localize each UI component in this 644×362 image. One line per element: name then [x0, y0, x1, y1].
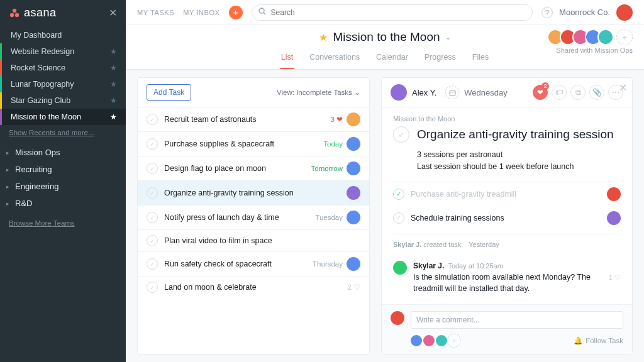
sidebar-project-item[interactable]: Rocket Science★	[0, 60, 126, 76]
comment-heart-button[interactable]: 1 ♡	[609, 261, 621, 295]
sidebar-project-label: Star Gazing Club	[11, 96, 70, 105]
heart-button[interactable]: ❤2	[533, 85, 548, 100]
svg-rect-5	[450, 90, 455, 96]
task-title[interactable]: Organize anti-gravity training session	[417, 128, 614, 141]
task-due-date: Today	[323, 140, 343, 148]
task-due-date: Thursday	[313, 260, 343, 268]
sidebar-collapse-icon[interactable]: ✕	[109, 7, 117, 19]
task-row[interactable]: Run safety check of spacecraftThursday	[138, 251, 369, 276]
project-title[interactable]: ★ Mission to the Moon ⌄	[319, 30, 450, 44]
project-tab[interactable]: Progress	[423, 49, 457, 69]
due-date-chip[interactable]: Wednesday	[445, 85, 507, 99]
star-icon[interactable]: ★	[110, 47, 117, 56]
search-field[interactable]	[252, 4, 533, 21]
subtask-row[interactable]: Purchase anti-gravity treadmill	[393, 182, 621, 206]
task-checkbox[interactable]	[147, 163, 158, 174]
sidebar: asana ✕ My Dashboard Website Redesign★Ro…	[0, 0, 126, 362]
subtask-icon[interactable]: ⧉	[570, 85, 586, 100]
subtask-title: Purchase anti-gravity treadmill	[411, 190, 601, 199]
task-row[interactable]: Purchase supplies & spacecraftToday	[138, 131, 369, 156]
star-icon[interactable]: ★	[110, 96, 117, 105]
task-row[interactable]: Recruit team of astronauts3 ❤	[138, 107, 369, 131]
task-row-title: Recruit team of astronauts	[164, 115, 324, 124]
complete-task-checkbox[interactable]	[393, 126, 409, 143]
star-icon[interactable]: ★	[110, 63, 117, 72]
subtask-row[interactable]: Schedule training sessions	[393, 206, 621, 230]
task-description[interactable]: 3 sessions per astronaut Last session sh…	[393, 149, 621, 173]
sidebar-project-item[interactable]: Star Gazing Club★	[0, 92, 126, 109]
activity-text: created task.	[423, 241, 463, 248]
subtask-checkbox[interactable]	[393, 212, 404, 224]
search-input[interactable]	[271, 8, 526, 17]
task-checkbox[interactable]	[147, 187, 158, 199]
sidebar-recents-link[interactable]: Show Recents and more...	[0, 125, 126, 140]
team-label: Mission Ops	[15, 148, 60, 157]
tag-icon[interactable]: 🏷	[552, 85, 567, 100]
follow-task-label: Follow Task	[586, 337, 623, 344]
assignee-avatar	[347, 186, 360, 200]
task-row[interactable]: Organize anti-gravity training session	[138, 180, 369, 205]
subtask-assignee-avatar	[607, 211, 621, 225]
current-user-avatar	[391, 311, 404, 325]
attachment-icon[interactable]: 📎	[589, 85, 604, 100]
add-member-button[interactable]: +	[616, 29, 633, 45]
follower-avatar[interactable]	[422, 334, 436, 348]
project-tab[interactable]: List	[280, 49, 294, 69]
star-icon[interactable]: ★	[110, 80, 117, 89]
comment-composer: Write a comment... + 🔔 Follow Task	[382, 304, 632, 354]
assignee-chip[interactable]: Alex Y.	[391, 84, 436, 101]
project-tab[interactable]: Files	[471, 49, 490, 69]
comment-input[interactable]: Write a comment...	[411, 311, 623, 329]
task-row[interactable]: Land on moon & celebrate2 ♡	[138, 276, 369, 298]
help-icon[interactable]: ?	[541, 7, 553, 18]
chevron-down-icon[interactable]: ⌄	[445, 33, 451, 41]
task-row[interactable]: Notify press of launch day & timeTuesday	[138, 205, 369, 229]
current-user-avatar[interactable]	[616, 4, 633, 21]
sidebar-team-item[interactable]: ▸Mission Ops	[0, 144, 126, 161]
follower-avatar[interactable]	[435, 334, 448, 348]
view-filter[interactable]: View: Incomplete Tasks ⌄	[277, 88, 360, 97]
caret-right-icon: ▸	[4, 184, 11, 190]
close-icon[interactable]: ✕	[619, 82, 627, 94]
topbar-tab-my-inbox[interactable]: MY INBOX	[183, 9, 219, 16]
member-avatar[interactable]	[597, 29, 614, 45]
sidebar-team-item[interactable]: ▸R&D	[0, 195, 126, 212]
add-follower-button[interactable]: +	[447, 334, 461, 348]
task-checkbox[interactable]	[147, 114, 158, 125]
sidebar-team-item[interactable]: ▸Recruiting	[0, 161, 126, 178]
task-checkbox[interactable]	[147, 138, 158, 150]
task-checkbox[interactable]	[147, 258, 158, 270]
comment-author-avatar	[393, 261, 407, 275]
svg-point-3	[259, 8, 264, 13]
comment-body: Is the simulation room available next Mo…	[413, 272, 602, 294]
task-detail-header: Alex Y. Wednesday ❤2 🏷 ⧉ 📎 ⋯	[382, 78, 632, 107]
task-checkbox[interactable]	[147, 235, 158, 246]
sidebar-dashboard[interactable]: My Dashboard	[0, 27, 126, 43]
follower-avatar[interactable]	[409, 334, 423, 348]
sidebar-project-item[interactable]: Mission to the Moon★	[0, 109, 126, 125]
project-tab[interactable]: Calendar	[375, 49, 409, 69]
project-tab[interactable]: Conversations	[308, 49, 361, 69]
task-due-date: Tuesday	[315, 214, 343, 221]
breadcrumb[interactable]: Mission to the Moon	[393, 115, 621, 123]
workspace-name[interactable]: Moonrock Co.	[559, 8, 610, 17]
task-checkbox[interactable]	[147, 282, 158, 293]
sidebar-project-item[interactable]: Lunar Topography★	[0, 76, 126, 92]
sidebar-project-item[interactable]: Website Redesign★	[0, 43, 126, 60]
task-row[interactable]: Plan viral video to film in space	[138, 229, 369, 251]
sidebar-browse-teams-link[interactable]: Browse More Teams	[0, 216, 126, 231]
star-icon[interactable]: ★	[319, 31, 328, 43]
task-checkbox[interactable]	[147, 212, 158, 223]
team-label: R&D	[15, 199, 32, 208]
add-task-button[interactable]: Add Task	[147, 84, 191, 101]
star-icon[interactable]: ★	[110, 112, 117, 121]
sidebar-team-item[interactable]: ▸Engineering	[0, 178, 126, 195]
subtask-checkbox[interactable]	[393, 189, 404, 200]
follow-task-button[interactable]: 🔔 Follow Task	[574, 336, 623, 345]
topbar-tab-my-tasks[interactable]: MY TASKS	[137, 9, 174, 16]
task-row-title: Organize anti-gravity training session	[164, 189, 340, 197]
heart-count: 2 ♡	[347, 283, 360, 292]
quick-add-button[interactable]: +	[229, 6, 243, 19]
task-row[interactable]: Design flag to place on moonTomorrow	[138, 156, 369, 180]
sidebar-project-label: Website Redesign	[11, 47, 74, 56]
